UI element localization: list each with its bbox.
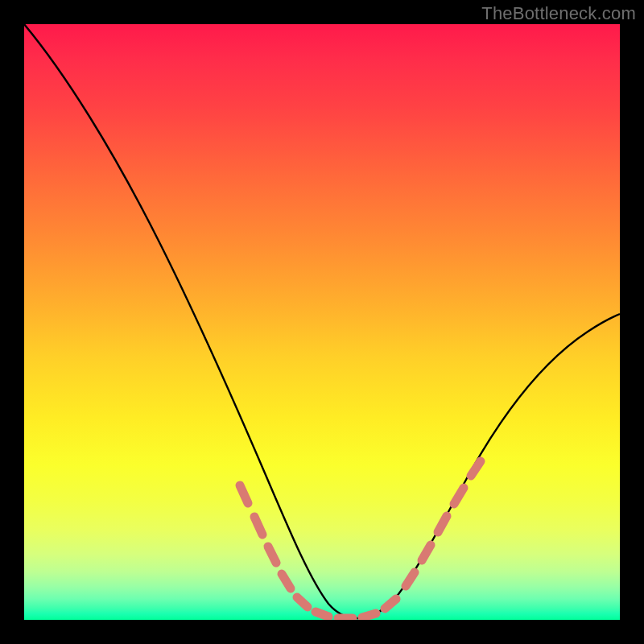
chart-frame: TheBottleneck.com: [0, 0, 644, 644]
dash-left-5: [297, 597, 308, 607]
dash-left-4: [282, 574, 291, 588]
dash-right-3: [438, 516, 447, 532]
curve-layer: [24, 24, 620, 620]
dash-left-3: [268, 547, 276, 563]
dash-right-4: [454, 488, 464, 504]
highlight-dashes: [240, 461, 481, 618]
dash-right-5: [471, 461, 481, 476]
bottleneck-curve: [24, 24, 620, 618]
dash-bottom-4: [385, 599, 396, 609]
dash-left-1: [240, 485, 248, 503]
dash-right-1: [406, 572, 415, 586]
dash-bottom-3: [362, 613, 376, 617]
dash-bottom-1: [316, 612, 328, 617]
plot-area: [24, 24, 620, 620]
dash-right-2: [422, 545, 431, 560]
watermark-text: TheBottleneck.com: [481, 3, 636, 24]
dash-left-2: [254, 517, 262, 535]
